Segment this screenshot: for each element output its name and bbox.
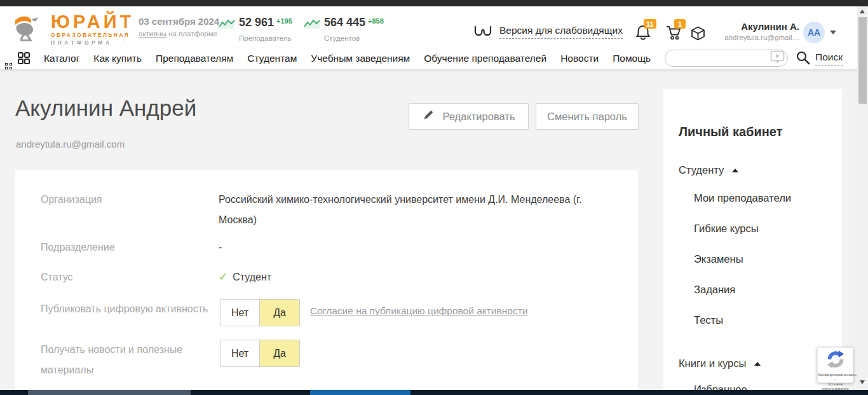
search-input[interactable] [665, 50, 788, 67]
sidebar-item-my-teachers[interactable]: Мои преподаватели [694, 192, 791, 204]
recaptcha-privacy-text: Конфиденциальность - [818, 373, 853, 382]
user-name[interactable]: Акулинин А. [712, 21, 799, 32]
chevron-up-icon [754, 362, 761, 366]
sidebar-item-flex-courses[interactable]: Гибкие курсы [694, 223, 759, 235]
user-menu-caret-icon[interactable] [830, 31, 836, 34]
news-subscription-label: Получать новости и полезные материалы [41, 340, 200, 380]
consent-link[interactable]: Согласие на публикацию цифровой активнос… [310, 305, 527, 317]
active-users-link[interactable]: активны [139, 30, 166, 38]
publish-toggle-no[interactable]: Нет [220, 300, 260, 326]
news-toggle-no[interactable]: Нет [220, 340, 260, 366]
change-password-label: Сменить пароль [547, 111, 627, 123]
site-header: ЮРАЙТ ОБРАЗОВАТЕЛЬНАЯ ПЛАТФОРМА 03 сентя… [0, 6, 857, 48]
publish-activity-toggle: Нет Да [220, 299, 300, 326]
teachers-stat: 52 961 +195 Преподаватель [219, 16, 301, 42]
sidebar-item-tests[interactable]: Тесты [694, 314, 723, 326]
students-count: 564 445 [324, 16, 365, 32]
checkmark-icon: ✓ [219, 271, 227, 283]
division-value: - [219, 237, 600, 258]
user-email-truncated: andreytula.ru@gmail… [699, 34, 799, 41]
nav-item-how-to-buy[interactable]: Как купить [93, 53, 142, 64]
vertical-scrollbar[interactable] [857, 6, 868, 390]
publish-activity-label: Публиковать цифровую активность [41, 302, 219, 316]
bottom-bar-segment [310, 390, 410, 395]
sidebar-section-student[interactable]: Студенту [679, 164, 738, 176]
nav-item-students[interactable]: Студентам [247, 53, 297, 64]
search-icon[interactable] [796, 50, 811, 68]
sidebar-section-student-label: Студенту [679, 164, 724, 176]
edit-button-label: Редактировать [443, 111, 515, 123]
cart-badge: 1 [674, 19, 686, 29]
profile-email: andreytula.ru@gmail.com [16, 139, 125, 149]
scrollbar-thumb[interactable] [858, 17, 867, 104]
students-stat: 564 445 +858 Студентов [304, 16, 386, 42]
nav-item-teacher-training[interactable]: Обучение преподавателей [424, 53, 546, 64]
sidebar-section-books-label: Книги и курсы [679, 357, 746, 370]
platform-date-block: 03 сентября 2024 активны на платформе [139, 16, 219, 38]
nav-item-help[interactable]: Помощь [613, 53, 651, 64]
account-sidebar: Личный кабинет Студенту Мои преподавател… [663, 89, 842, 395]
accessibility-version-label: Версия для слабовидящих [499, 25, 623, 39]
recaptcha-icon [825, 361, 846, 371]
pencil-icon [423, 109, 434, 123]
current-date: 03 сентября 2024 [139, 16, 219, 27]
video-tooltip-icon[interactable] [770, 50, 785, 68]
logo-subtitle-1: ОБРАЗОВАТЕЛЬНАЯ [51, 32, 134, 38]
search-button-label[interactable]: Поиск [815, 52, 843, 66]
notifications-badge: 11 [644, 19, 656, 29]
sparkline-icon [219, 16, 239, 32]
sidebar-section-books-courses[interactable]: Книги и курсы [679, 357, 761, 370]
status-label: Статус [41, 267, 219, 288]
status-value: Студент [233, 272, 271, 282]
edit-button[interactable]: Редактировать [409, 103, 529, 130]
window-bottom-bar [0, 390, 868, 395]
header-divider [125, 18, 125, 42]
catalog-grid-icon[interactable] [18, 52, 30, 67]
sidebar-item-assignments[interactable]: Задания [694, 284, 735, 296]
glasses-icon [473, 24, 492, 40]
change-password-button[interactable]: Сменить пароль [536, 103, 639, 130]
urait-logo[interactable]: ЮРАЙТ ОБРАЗОВАТЕЛЬНАЯ ПЛАТФОРМА [14, 13, 134, 46]
page-title: Акулинин Андрей [15, 95, 196, 121]
division-label: Подразделение [41, 237, 219, 258]
active-users-text: на платформе [166, 30, 217, 38]
partial-grid-icon [5, 63, 13, 69]
profile-card: Организация Российский химико-технологич… [15, 170, 638, 390]
nav-item-institutions[interactable]: Учебным заведениям [311, 53, 410, 64]
publish-toggle-yes[interactable]: Да [260, 300, 299, 326]
teachers-label: Преподаватель [239, 34, 301, 42]
accessibility-version-link[interactable]: Версия для слабовидящих [473, 24, 623, 40]
nav-item-news[interactable]: Новости [560, 53, 599, 64]
logo-subtitle-2: ПЛАТФОРМА [51, 39, 134, 46]
teachers-delta: +195 [276, 17, 292, 32]
recaptcha-badge[interactable]: Конфиденциальность - Условия использован… [817, 347, 853, 383]
organization-label: Организация [41, 190, 219, 210]
window-top-bar [0, 0, 868, 6]
sidebar-title: Личный кабинет [679, 125, 782, 139]
nav-item-catalog[interactable]: Каталог [44, 53, 79, 64]
sparkline-icon [304, 16, 324, 32]
bottom-bar-segment [28, 390, 191, 395]
news-toggle-yes[interactable]: Да [260, 340, 299, 366]
students-delta: +858 [368, 17, 384, 32]
logo-title: ЮРАЙТ [51, 13, 134, 31]
page-background: Акулинин Андрей andreytula.ru@gmail.com … [0, 70, 857, 390]
students-label: Студентов [324, 34, 386, 42]
chevron-up-icon [732, 169, 738, 172]
avatar[interactable]: AA [803, 22, 825, 43]
news-subscription-toggle: Нет Да [220, 340, 300, 367]
urait-bird-icon [14, 14, 46, 45]
teachers-count: 52 961 [239, 16, 274, 32]
nav-item-teachers[interactable]: Преподавателям [156, 53, 233, 64]
scrollbar-down-arrow[interactable] [860, 380, 865, 384]
recaptcha-terms-text: Условия использования [818, 382, 853, 391]
organization-value: Российский химико-технологический универ… [219, 190, 587, 230]
scrollbar-up-arrow[interactable] [860, 10, 865, 13]
sidebar-item-exams[interactable]: Экзамены [694, 253, 743, 265]
